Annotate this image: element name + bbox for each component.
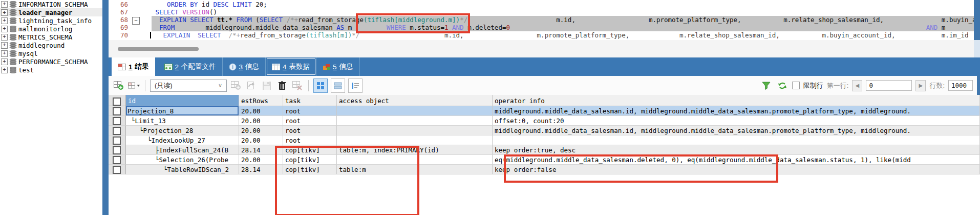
filter-icon[interactable] — [760, 80, 773, 92]
cell-access[interactable]: table:m, index:PRIMARY(id) — [337, 145, 493, 155]
cell-estrows[interactable]: 20.00 — [239, 126, 283, 135]
cell-operator[interactable] — [493, 135, 980, 145]
text-view-button[interactable] — [348, 79, 363, 93]
save-button[interactable] — [261, 80, 273, 92]
scrollbar-thumb[interactable] — [118, 47, 199, 51]
cell-id[interactable]: ├IndexFullScan_24(B — [126, 145, 239, 155]
prev-page-button[interactable]: ◀ — [852, 80, 862, 91]
next-page-button[interactable]: ▶ — [915, 80, 926, 91]
sidebar-splitter[interactable] — [102, 0, 109, 215]
cell-operator[interactable]: keep order:true, desc — [493, 145, 980, 155]
cell-operator[interactable]: middleground.middle_data_salesman.id, mi… — [493, 126, 980, 135]
sidebar-item-test[interactable]: + test — [0, 66, 102, 74]
tab-messages[interactable]: 3 信息 — [223, 57, 266, 76]
cell-estrows[interactable]: 20.00 — [239, 106, 283, 116]
sidebar-item-leader-manager[interactable]: + leader_manager — [0, 8, 102, 16]
apply-changes-button[interactable] — [245, 80, 258, 92]
first-row-input[interactable]: 0 — [866, 80, 912, 91]
checkbox[interactable] — [113, 97, 121, 106]
cell-estrows[interactable]: 28.14 — [239, 165, 283, 174]
editor-horizontal-scrollbar[interactable] — [109, 40, 974, 57]
cell-estrows[interactable]: 20.00 — [239, 116, 283, 126]
editor-vertical-scrollbar[interactable] — [974, 0, 980, 57]
discard-changes-button[interactable] — [291, 80, 304, 92]
insert-record-button[interactable] — [230, 80, 242, 92]
form-view-button[interactable] — [331, 79, 345, 93]
cell-access[interactable] — [337, 155, 493, 165]
column-header-id[interactable]: id — [126, 95, 239, 106]
cell-id[interactable]: └IndexLookUp_27 — [126, 135, 239, 145]
expand-plus-icon[interactable]: + — [1, 1, 8, 8]
table-row[interactable]: └IndexLookUp_27 20.00 root — [109, 135, 980, 145]
expand-plus-icon[interactable]: + — [1, 58, 8, 65]
table-row[interactable]: └Projection_28 20.00 root middleground.m… — [109, 126, 980, 135]
cell-estrows[interactable]: 20.00 — [239, 155, 283, 165]
checkbox[interactable] — [113, 166, 121, 174]
checkbox[interactable] — [113, 127, 121, 135]
cell-estrows[interactable]: 20.00 — [239, 135, 283, 145]
cell-id[interactable]: └TableRowIDScan_2 — [126, 165, 239, 174]
row-selector[interactable] — [109, 106, 126, 116]
cell-task[interactable]: root — [283, 126, 337, 135]
grid-view-button[interactable] — [313, 79, 328, 93]
expand-plus-icon[interactable]: + — [1, 26, 8, 32]
sql-editor[interactable]: 66 67 68 69 70 − ORDER BY id DESC LIMIT … — [109, 0, 974, 40]
row-selector[interactable] — [109, 116, 126, 126]
cell-task[interactable]: root — [283, 116, 337, 126]
limit-rows-checkbox[interactable] — [792, 82, 800, 89]
scrollbar-thumb[interactable] — [974, 0, 980, 40]
row-selector[interactable] — [109, 126, 126, 135]
table-row[interactable]: └Selection_26(Probe 20.00 cop[tikv] eq(m… — [109, 155, 980, 165]
tab-result[interactable]: 1 结果 — [112, 57, 155, 76]
delete-row-button[interactable] — [276, 80, 288, 92]
cell-operator[interactable]: eq(middleground.middle_data_salesman.del… — [493, 155, 980, 165]
cell-access[interactable]: table:m — [337, 165, 493, 174]
checkbox[interactable] — [113, 146, 121, 154]
cell-task[interactable]: cop[tikv] — [283, 155, 337, 165]
expand-plus-icon[interactable]: + — [1, 42, 8, 49]
column-header-access-object[interactable]: access object — [337, 95, 493, 106]
expand-plus-icon[interactable]: + — [1, 67, 8, 73]
cell-operator[interactable]: offset:0, count:20 — [493, 116, 980, 126]
cell-operator[interactable]: middleground.middle_data_salesman.id, mi… — [493, 106, 980, 116]
row-selector[interactable] — [109, 135, 126, 145]
refresh-icon[interactable] — [776, 80, 789, 92]
cell-task[interactable]: root — [283, 106, 337, 116]
cell-access[interactable] — [337, 116, 493, 126]
checkbox[interactable] — [113, 107, 121, 115]
column-header-operator-info[interactable]: operator info — [493, 95, 980, 106]
row-selector[interactable] — [109, 165, 126, 174]
grid-options-button[interactable] — [128, 80, 140, 92]
cell-id[interactable]: └Selection_26(Probe — [126, 155, 239, 165]
sidebar-item-middleground[interactable]: + middleground — [0, 41, 102, 49]
sidebar-item-performance-schema[interactable]: + PERFORMANCE_SCHEMA — [0, 57, 102, 66]
table-row[interactable]: ├IndexFullScan_24(B 28.14 cop[tikv] tabl… — [109, 145, 980, 155]
checkbox[interactable] — [113, 156, 121, 164]
column-header-task[interactable]: task — [283, 95, 337, 106]
expand-plus-icon[interactable]: + — [1, 50, 8, 57]
table-row[interactable]: Projection_8 20.00 root middleground.mid… — [109, 106, 980, 116]
row-selector[interactable] — [109, 155, 126, 165]
cell-access[interactable] — [337, 135, 493, 145]
table-row[interactable]: └Limit_13 20.00 root offset:0, count:20 — [109, 116, 980, 126]
row-selector[interactable] — [109, 145, 126, 155]
tab-table-data[interactable]: 4 表数据 — [266, 57, 316, 76]
cell-operator[interactable]: keep order:false — [493, 165, 980, 174]
cell-id[interactable]: Projection_8 — [126, 106, 239, 116]
expand-plus-icon[interactable]: + — [1, 9, 8, 16]
sidebar-item-mysql[interactable]: + mysql — [0, 49, 102, 57]
cell-task[interactable]: cop[tikv] — [283, 145, 337, 155]
cell-access[interactable] — [337, 106, 493, 116]
column-header-estrows[interactable]: estRows — [239, 95, 283, 106]
cell-id[interactable]: └Projection_28 — [126, 126, 239, 135]
cell-id[interactable]: └Limit_13 — [126, 116, 239, 126]
add-row-button[interactable] — [113, 80, 125, 92]
sidebar-item-mallmonitorlog[interactable]: + mallmonitorlog — [0, 25, 102, 33]
row-count-input[interactable]: 1000 — [948, 80, 973, 91]
tab-info[interactable]: 5 信息 — [316, 57, 360, 76]
tab-profiles[interactable]: 2 个配置文件 — [158, 57, 223, 76]
cell-access[interactable] — [337, 126, 493, 135]
checkbox[interactable] — [113, 136, 121, 145]
cell-task[interactable]: cop[tikv] — [283, 165, 337, 174]
checkbox[interactable] — [113, 117, 121, 125]
